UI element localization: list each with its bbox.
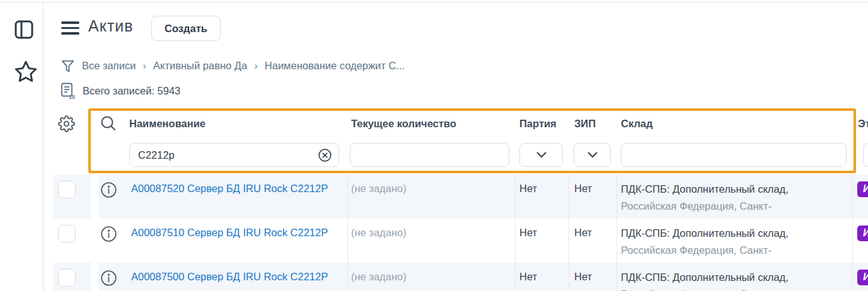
- column-separator: [852, 174, 853, 291]
- warehouse-line2: Российская Федерация, Санкт-: [621, 242, 849, 259]
- column-header-quantity[interactable]: Текущее количество: [351, 118, 456, 130]
- warehouse-line2: Российская Федерация, Санкт-: [621, 286, 849, 291]
- collapse-panel-icon[interactable]: [13, 19, 35, 40]
- svg-text:10: 10: [69, 94, 75, 100]
- warehouse-cell: ПДК-СПБ: Дополнительный склад, Российска…: [621, 225, 849, 259]
- record-count-icon: 10: [61, 83, 75, 100]
- info-circle-icon[interactable]: [100, 181, 117, 198]
- search-icon[interactable]: [100, 115, 117, 132]
- records-summary-text: Всего записей: 5943: [83, 85, 180, 97]
- column-header-floor-clipped[interactable]: Эт: [858, 118, 868, 130]
- column-separator: [616, 174, 617, 291]
- zip-filter-select[interactable]: [574, 143, 611, 167]
- quantity-cell: (не задано): [351, 227, 407, 239]
- record-link[interactable]: А00087510 Сервер БД IRU Rock C2212P: [131, 227, 328, 239]
- breadcrumb-item-active-filter[interactable]: Активный равно Да: [153, 60, 247, 72]
- status-badge: И: [857, 181, 868, 197]
- app-window: Актив Создать Все записи › Активный равн…: [0, 0, 868, 291]
- quantity-cell: (не задано): [351, 271, 407, 283]
- column-header-zip[interactable]: ЗИП: [574, 118, 596, 130]
- row-checkbox[interactable]: [58, 181, 76, 198]
- status-badge: И: [857, 225, 868, 241]
- status-badge: И: [857, 270, 868, 285]
- breadcrumb: Все записи › Активный равно Да › Наимено…: [61, 59, 405, 73]
- batch-cell: Нет: [519, 183, 537, 195]
- breadcrumb-item-all-records[interactable]: Все записи: [82, 60, 136, 72]
- breadcrumb-separator: ›: [142, 60, 146, 72]
- settings-gear-icon[interactable]: [58, 115, 75, 132]
- batch-filter-select[interactable]: [519, 143, 563, 167]
- hamburger-menu-icon[interactable]: [61, 21, 79, 38]
- top-divider: [0, 2, 868, 3]
- warehouse-cell: ПДК-СПБ: Дополнительный склад, Российска…: [621, 181, 849, 215]
- page-title: Актив: [88, 17, 134, 35]
- column-separator: [347, 174, 348, 291]
- batch-cell: Нет: [519, 227, 537, 239]
- chevron-down-icon: [536, 152, 547, 158]
- quantity-filter-input[interactable]: [350, 143, 509, 167]
- warehouse-line1: ПДК-СПБ: Дополнительный склад,: [621, 181, 849, 198]
- quantity-cell: (не задано): [351, 183, 407, 195]
- table-row: А00087520 Сервер БД IRU Rock C2212P (не …: [54, 174, 868, 219]
- warehouse-line1: ПДК-СПБ: Дополнительный склад,: [621, 269, 849, 286]
- info-circle-icon[interactable]: [100, 270, 117, 287]
- create-button[interactable]: Создать: [151, 16, 221, 41]
- batch-cell: Нет: [519, 271, 537, 283]
- warehouse-filter-input[interactable]: [621, 143, 847, 167]
- warehouse-line1: ПДК-СПБ: Дополнительный склад,: [621, 225, 849, 242]
- clear-filter-icon[interactable]: [318, 148, 332, 163]
- favorites-star-icon[interactable]: [13, 59, 38, 84]
- row-checkbox[interactable]: [58, 269, 76, 287]
- column-gap: [91, 174, 98, 291]
- column-header-batch[interactable]: Партия: [519, 118, 557, 130]
- warehouse-cell: ПДК-СПБ: Дополнительный склад, Российска…: [621, 269, 849, 291]
- sidebar: [0, 3, 43, 291]
- column-separator: [569, 174, 569, 291]
- floor-filter-input-clipped[interactable]: [863, 143, 868, 167]
- breadcrumb-item-name-filter[interactable]: Наименование содержит С...: [265, 60, 405, 72]
- name-filter-input[interactable]: [129, 143, 339, 167]
- record-link[interactable]: А00087500 Сервер БД IRU Rock C2212P: [131, 271, 328, 283]
- record-link[interactable]: А00087520 Сервер БД IRU Rock C2212P: [131, 183, 328, 195]
- records-summary-row: 10 Всего записей: 5943: [61, 83, 180, 100]
- row-checkbox[interactable]: [58, 225, 76, 243]
- filter-funnel-icon[interactable]: [61, 59, 75, 73]
- warehouse-line2: Российская Федерация, Санкт-: [621, 198, 849, 215]
- zip-cell: Нет: [574, 271, 592, 283]
- zip-cell: Нет: [574, 183, 592, 195]
- breadcrumb-separator: ›: [254, 60, 258, 72]
- zip-cell: Нет: [574, 227, 592, 239]
- table-row: А00087510 Сервер БД IRU Rock C2212P (не …: [54, 219, 868, 263]
- column-header-name[interactable]: Наименование: [129, 118, 205, 130]
- column-header-warehouse[interactable]: Склад: [621, 118, 653, 130]
- info-circle-icon[interactable]: [100, 225, 117, 243]
- column-separator: [515, 174, 516, 291]
- chevron-down-icon: [587, 152, 598, 158]
- table-row: А00087500 Сервер БД IRU Rock C2212P (не …: [54, 263, 868, 291]
